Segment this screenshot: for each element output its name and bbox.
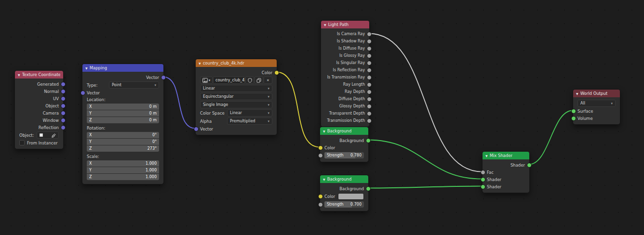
node-header-environment-texture[interactable]: ▼ country_club_4k.hdr: [196, 59, 277, 67]
collapse-chevron-icon[interactable]: ▼: [324, 23, 326, 26]
scale-z-field[interactable]: Z 1.000: [87, 174, 159, 180]
socket-is-reflection-ray[interactable]: [367, 68, 372, 73]
socket-surface-in[interactable]: [571, 109, 576, 114]
socket-background-out[interactable]: [366, 138, 371, 143]
socket-background-out[interactable]: [366, 186, 371, 191]
socket-ray-length[interactable]: [367, 82, 372, 87]
socket-object[interactable]: [61, 104, 66, 108]
source-dropdown[interactable]: Single Image ▾: [200, 101, 272, 108]
type-dropdown[interactable]: Point ▾: [109, 81, 159, 89]
object-selector-field[interactable]: [37, 131, 59, 139]
socket-generated[interactable]: [61, 82, 66, 87]
socket-is-transmission-ray[interactable]: [367, 75, 372, 80]
color-space-label: Color Space: [200, 111, 227, 116]
collapse-chevron-icon[interactable]: ▼: [323, 130, 325, 133]
socket-camera[interactable]: [61, 111, 66, 116]
node-header-background-1[interactable]: ▼ Background: [320, 127, 368, 135]
node-header-background-2[interactable]: ▼ Background: [320, 175, 368, 183]
rotation-x-field[interactable]: X 0°: [87, 132, 159, 138]
node-header-world-output[interactable]: ▼ World Output: [573, 90, 620, 97]
socket-is-diffuse-ray[interactable]: [367, 46, 372, 51]
location-section-label: Location:: [82, 96, 163, 103]
image-name-field[interactable]: country_club_4k.hdr: [213, 77, 245, 84]
node-texture-coordinate[interactable]: ▼ Texture Coordinate Generated Normal UV…: [14, 70, 64, 149]
socket-uv[interactable]: [61, 96, 66, 101]
socket-strength-in[interactable]: [318, 202, 323, 207]
output-label: Vector: [146, 75, 159, 80]
rotation-y-field[interactable]: Y 0°: [87, 139, 159, 145]
color-swatch[interactable]: [338, 193, 364, 200]
node-header-light-path[interactable]: ▼ Light Path: [321, 21, 369, 28]
node-editor-canvas[interactable]: ▼ Texture Coordinate Generated Normal UV…: [0, 0, 644, 235]
chevron-down-icon: ▾: [268, 87, 269, 91]
node-mapping[interactable]: ▼ Mapping Vector Type: Point ▾ Vector Lo…: [82, 64, 164, 184]
collapse-chevron-icon[interactable]: ▼: [576, 92, 578, 95]
socket-diffuse-depth[interactable]: [367, 97, 372, 102]
target-dropdown[interactable]: All ▾: [577, 100, 616, 107]
axis-value: 1.000: [146, 161, 157, 166]
strength-slider[interactable]: Strength 0.780: [324, 152, 364, 158]
node-light-path[interactable]: ▼ Light Path Is Camera Ray Is Shadow Ray…: [321, 20, 370, 127]
node-mix-shader[interactable]: ▼ Mix Shader Shader Fac Shader Shader: [482, 151, 530, 193]
output-row-is-camera-ray: Is Camera Ray: [321, 30, 369, 38]
socket-is-camera-ray[interactable]: [367, 32, 372, 37]
projection-dropdown[interactable]: Equirectangular ▾: [200, 93, 272, 100]
unlink-button[interactable]: ✕: [264, 77, 272, 84]
socket-is-glossy-ray[interactable]: [367, 53, 372, 58]
socket-shader2-in[interactable]: [481, 184, 485, 189]
output-label: Is Singular Ray: [336, 61, 365, 65]
socket-glossy-depth[interactable]: [367, 104, 372, 109]
socket-vector-in[interactable]: [80, 91, 85, 95]
socket-ray-depth[interactable]: [367, 90, 372, 94]
from-instancer-checkbox[interactable]: [19, 140, 25, 145]
node-background-2[interactable]: ▼ Background Background Color Strength 0…: [320, 175, 369, 211]
input-label: Surface: [577, 109, 593, 114]
location-y-field[interactable]: Y 0 m: [87, 110, 159, 117]
image-browse-button[interactable]: ▾: [200, 77, 213, 84]
alpha-dropdown[interactable]: Premultiplied ▾: [227, 118, 272, 125]
scale-y-field[interactable]: Y 1.000: [87, 167, 159, 173]
socket-window[interactable]: [61, 118, 66, 123]
socket-reflection[interactable]: [61, 125, 66, 130]
socket-strength-in[interactable]: [318, 153, 323, 158]
socket-color-in[interactable]: [318, 194, 323, 199]
eyedropper-icon[interactable]: [52, 133, 56, 138]
output-row-ray-depth: Ray Depth: [321, 88, 369, 95]
output-label: Is Glossy Ray: [339, 53, 365, 58]
socket-fac-in[interactable]: [481, 170, 485, 175]
socket-vector-out[interactable]: [161, 75, 166, 80]
location-z-field[interactable]: Z 0 m: [87, 117, 159, 123]
socket-shader1-in[interactable]: [481, 177, 485, 182]
collapse-chevron-icon[interactable]: ▼: [199, 62, 201, 65]
socket-is-shadow-ray[interactable]: [367, 39, 372, 44]
node-header-mapping[interactable]: ▼ Mapping: [82, 64, 163, 72]
duplicate-button[interactable]: [255, 77, 263, 84]
node-environment-texture[interactable]: ▼ country_club_4k.hdr Color ▾ country_cl…: [195, 59, 277, 135]
socket-normal[interactable]: [61, 89, 66, 94]
socket-transparent-depth[interactable]: [367, 111, 372, 116]
socket-transmission-depth[interactable]: [367, 118, 372, 123]
input-label: Color: [324, 145, 335, 150]
strength-slider[interactable]: Strength 0.700: [324, 201, 364, 208]
collapse-chevron-icon[interactable]: ▼: [18, 73, 20, 77]
interpolation-value: Linear: [203, 86, 215, 91]
socket-color-in[interactable]: [318, 145, 323, 150]
location-x-field[interactable]: X 0 m: [87, 104, 159, 110]
collapse-chevron-icon[interactable]: ▼: [485, 154, 488, 157]
node-header-mix-shader[interactable]: ▼ Mix Shader: [483, 152, 529, 159]
socket-shader-out[interactable]: [527, 163, 532, 168]
socket-vector-in[interactable]: [194, 127, 199, 131]
socket-volume-in[interactable]: [571, 116, 576, 121]
scale-x-field[interactable]: X 1.000: [87, 160, 159, 167]
socket-color-out[interactable]: [274, 70, 279, 75]
collapse-chevron-icon[interactable]: ▼: [85, 66, 88, 70]
node-header-texture-coordinate[interactable]: ▼ Texture Coordinate: [15, 71, 63, 78]
interpolation-dropdown[interactable]: Linear ▾: [200, 85, 272, 92]
collapse-chevron-icon[interactable]: ▼: [323, 178, 325, 181]
fake-user-button[interactable]: [245, 77, 254, 84]
color-space-dropdown[interactable]: Linear ▾: [227, 109, 272, 117]
socket-is-singular-ray[interactable]: [367, 61, 372, 65]
node-background-1[interactable]: ▼ Background Background Color Strength 0…: [320, 127, 369, 162]
rotation-z-field[interactable]: Z 273°: [87, 145, 159, 152]
node-world-output[interactable]: ▼ World Output All ▾ Surface Volume: [573, 89, 620, 125]
